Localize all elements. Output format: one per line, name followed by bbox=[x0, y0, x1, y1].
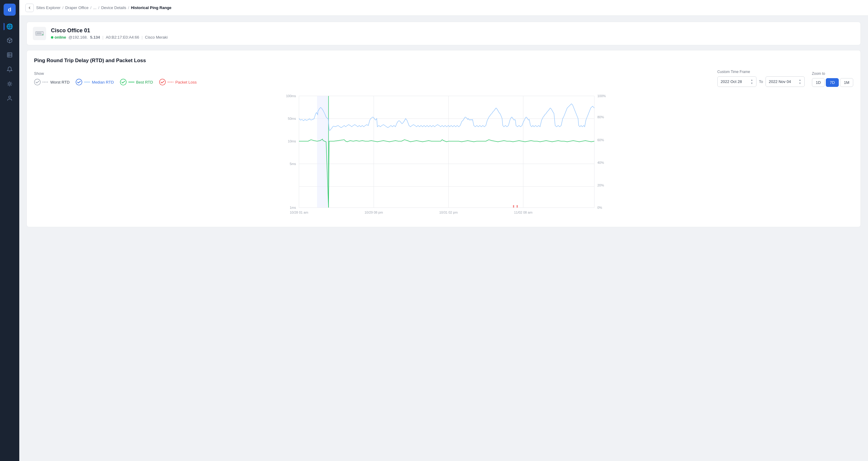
arrow-down-icon: ▼ bbox=[750, 82, 753, 85]
worst-rtd-line-icon bbox=[42, 82, 49, 82]
svg-rect-48 bbox=[513, 205, 514, 208]
arrow-up-icon: ▲ bbox=[750, 79, 753, 82]
zoom-1d-button[interactable]: 1D bbox=[812, 78, 825, 87]
chart-title: Ping Round Trip Delay (RTD) and Packet L… bbox=[34, 58, 853, 64]
svg-text:0%: 0% bbox=[597, 206, 602, 209]
svg-point-18 bbox=[159, 79, 165, 85]
breadcrumb-current: Historical Ping Range bbox=[131, 5, 171, 10]
median-rtd-label: Median RTD bbox=[92, 80, 114, 84]
sidebar-item-bell[interactable] bbox=[4, 64, 16, 76]
device-header: Cisco Office 01 online @192.168.5.134 | … bbox=[27, 22, 861, 45]
zoom-1m-button[interactable]: 1M bbox=[840, 78, 853, 87]
time-from-value: 2022 Oct 28 bbox=[721, 79, 742, 84]
chart-card: Ping Round Trip Delay (RTD) and Packet L… bbox=[27, 50, 861, 227]
time-frame-label: Custom Time Frame bbox=[717, 70, 805, 74]
svg-text:100ms: 100ms bbox=[286, 94, 296, 98]
status-dot bbox=[51, 36, 53, 39]
right-controls: Custom Time Frame 2022 Oct 28 ▲ ▼ To bbox=[717, 70, 853, 87]
zoom-label: Zoom to bbox=[812, 71, 853, 76]
packet-loss-label: Packet Loss bbox=[176, 80, 197, 84]
list-icon bbox=[7, 52, 13, 59]
breadcrumb-sep-1: / bbox=[62, 5, 64, 10]
divider-1: | bbox=[102, 35, 103, 39]
legend-worst-rtd[interactable]: Worst RTD bbox=[34, 79, 70, 85]
show-section: Show Worst RTD bbox=[34, 71, 196, 85]
svg-point-12 bbox=[34, 79, 40, 85]
svg-rect-1 bbox=[7, 53, 12, 57]
arrow-down-icon-2: ▼ bbox=[799, 82, 801, 85]
device-icon bbox=[33, 27, 46, 40]
chart-area: 100ms 50ms 10ms 5ms 1ms 100% 80% 60% 40%… bbox=[34, 93, 853, 220]
median-rtd-line-icon bbox=[84, 82, 90, 82]
sidebar-item-globe[interactable]: 🌐 bbox=[4, 21, 16, 33]
cube-icon bbox=[7, 37, 13, 45]
svg-rect-49 bbox=[517, 205, 518, 208]
sidebar-item-list[interactable] bbox=[4, 50, 16, 62]
svg-point-9 bbox=[42, 34, 43, 35]
breadcrumb: Sites Explorer / Draper Office / ... / D… bbox=[36, 5, 172, 10]
breadcrumb-sites[interactable]: Sites Explorer bbox=[36, 5, 61, 10]
time-from-input[interactable]: 2022 Oct 28 ▲ ▼ bbox=[717, 76, 756, 87]
packet-loss-check-icon bbox=[159, 79, 166, 85]
best-rtd-check-icon bbox=[120, 79, 127, 85]
svg-point-16 bbox=[120, 79, 126, 85]
time-from-arrows: ▲ ▼ bbox=[750, 79, 753, 85]
sidebar: d 🌐 bbox=[0, 0, 19, 461]
time-to-arrows: ▲ ▼ bbox=[799, 79, 801, 85]
svg-text:10ms: 10ms bbox=[288, 139, 296, 143]
divider-2: | bbox=[142, 35, 143, 39]
mac-address: A0:B2:17:E0:A4:66 bbox=[106, 35, 139, 39]
ip-bold: 5.134 bbox=[90, 35, 100, 39]
breadcrumb-device-details[interactable]: Device Details bbox=[101, 5, 126, 10]
svg-point-5 bbox=[9, 83, 11, 85]
zoom-group: Zoom to 1D 7D 1M bbox=[812, 71, 853, 87]
svg-text:1ms: 1ms bbox=[290, 206, 296, 209]
best-rtd-line-icon bbox=[128, 82, 134, 82]
svg-text:100%: 100% bbox=[597, 94, 606, 98]
legend-best-rtd[interactable]: Best RTD bbox=[120, 79, 153, 85]
device-name: Cisco Office 01 bbox=[51, 27, 167, 34]
worst-rtd-check-icon bbox=[34, 79, 41, 85]
time-frame-group: Custom Time Frame 2022 Oct 28 ▲ ▼ To bbox=[717, 70, 805, 87]
sidebar-item-user[interactable] bbox=[4, 93, 16, 105]
packet-loss-line-icon bbox=[167, 82, 174, 82]
svg-text:80%: 80% bbox=[597, 115, 604, 119]
time-to-input[interactable]: 2022 Nov 04 ▲ ▼ bbox=[766, 76, 805, 87]
sidebar-item-bug[interactable] bbox=[4, 79, 16, 90]
vendor: Cisco Meraki bbox=[145, 35, 167, 39]
worst-rtd-label: Worst RTD bbox=[50, 80, 70, 84]
chart-controls: Show Worst RTD bbox=[34, 70, 853, 87]
svg-text:11/02 08 am: 11/02 08 am bbox=[514, 210, 532, 214]
zoom-7d-button[interactable]: 7D bbox=[826, 78, 839, 87]
bug-icon bbox=[7, 81, 13, 88]
app-logo[interactable]: d bbox=[4, 4, 16, 16]
content-area: Cisco Office 01 online @192.168.5.134 | … bbox=[19, 16, 868, 461]
legend-items: Worst RTD Median RTD bbox=[34, 79, 196, 85]
bell-icon bbox=[7, 66, 13, 74]
svg-point-6 bbox=[9, 96, 11, 98]
sidebar-item-cube[interactable] bbox=[4, 35, 16, 47]
breadcrumb-ellipsis[interactable]: ... bbox=[93, 5, 96, 10]
chart-svg: 100ms 50ms 10ms 5ms 1ms 100% 80% 60% 40%… bbox=[34, 93, 853, 220]
time-inputs: 2022 Oct 28 ▲ ▼ To 2022 Nov 04 ▲ bbox=[717, 76, 805, 87]
svg-text:10/31 02 pm: 10/31 02 pm bbox=[439, 210, 458, 214]
breadcrumb-draper[interactable]: Draper Office bbox=[65, 5, 89, 10]
svg-rect-8 bbox=[36, 34, 43, 36]
chart-selection bbox=[317, 96, 329, 208]
svg-text:20%: 20% bbox=[597, 183, 604, 187]
status-label: online bbox=[55, 35, 66, 39]
breadcrumb-sep-3: / bbox=[98, 5, 99, 10]
svg-point-14 bbox=[76, 79, 82, 85]
breadcrumb-sep-4: / bbox=[128, 5, 129, 10]
back-button[interactable] bbox=[25, 4, 34, 12]
svg-text:10/28 01 am: 10/28 01 am bbox=[290, 210, 308, 214]
svg-text:5ms: 5ms bbox=[290, 162, 296, 166]
legend-packet-loss[interactable]: Packet Loss bbox=[159, 79, 197, 85]
device-info: Cisco Office 01 online @192.168.5.134 | … bbox=[51, 27, 167, 39]
legend-median-rtd[interactable]: Median RTD bbox=[76, 79, 114, 85]
show-label: Show bbox=[34, 71, 196, 76]
ip-prefix: @192.168. bbox=[68, 35, 88, 39]
to-label: To bbox=[759, 79, 763, 84]
time-to-value: 2022 Nov 04 bbox=[769, 79, 791, 84]
svg-text:10/29 08 pm: 10/29 08 pm bbox=[364, 210, 383, 214]
